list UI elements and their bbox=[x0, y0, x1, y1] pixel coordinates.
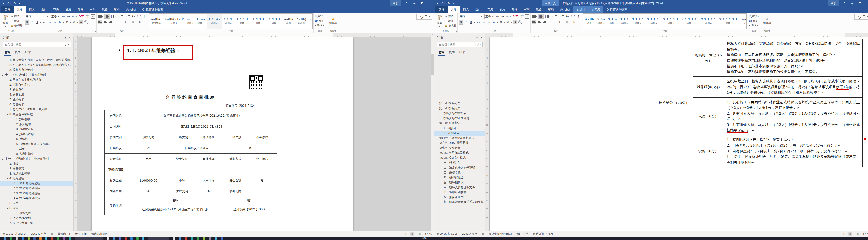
nav-heading-item[interactable]: 第六章 QHSE管理要求 bbox=[434, 140, 485, 145]
nav-heading-item[interactable]: 九、机构设置隶属关系证明资料 bbox=[434, 200, 485, 205]
proofing-icon[interactable]: ▤ bbox=[482, 233, 484, 235]
style-gallery-item[interactable]: AaBbCcD. 不明显强调 bbox=[308, 14, 313, 29]
show-formatting-marks-button[interactable]: ¶ bbox=[143, 14, 147, 18]
close-button[interactable]: × bbox=[426, 0, 434, 6]
nav-heading-item[interactable]: ◢ 十、 《初步评审》中响应的资料 bbox=[0, 73, 73, 78]
nav-heading-item[interactable]: 8.7. 其他 bbox=[0, 146, 73, 152]
ribbon-tab[interactable]: 文件 bbox=[1, 6, 13, 12]
nav-heading-item[interactable]: ◢ 8. 响应性评审标准 bbox=[0, 112, 73, 117]
nav-heading-item[interactable]: 第九章 投标文件格式 bbox=[434, 156, 485, 161]
taskbar-app-icon[interactable] bbox=[191, 237, 193, 240]
distribute-button[interactable] bbox=[553, 20, 557, 24]
share-button[interactable]: 共享▾ bbox=[416, 14, 432, 20]
nav-heading-item[interactable]: 四、投标保证金 bbox=[434, 175, 485, 180]
ribbon-tab[interactable]: 开始 bbox=[447, 6, 460, 12]
multilevel-list-button[interactable]: ▾ bbox=[545, 14, 550, 18]
taskbar-app-icon[interactable] bbox=[209, 237, 211, 240]
style-gallery-item[interactable]: 2 Aa 标题 1 bbox=[596, 14, 607, 29]
ribbon-tab[interactable]: 引用 bbox=[62, 6, 74, 12]
nav-heading-item[interactable]: 3. 资质条件 bbox=[0, 87, 73, 92]
nav-heading-item[interactable]: 六、投标人资格证明文件 bbox=[434, 185, 485, 190]
style-gallery-item[interactable]: 2.1 A 标题 2 bbox=[607, 14, 619, 29]
copy-button[interactable]: 复制 bbox=[11, 19, 22, 23]
ribbon-tab[interactable]: 帮助 bbox=[111, 6, 123, 12]
document-page[interactable]: 技术部分 （20分） 现场施工管理（5分） 投标人提供现场施工需现场施工部位的施… bbox=[490, 37, 868, 231]
style-gallery-item[interactable]: 2.1.1.1.1 标题 6 bbox=[661, 14, 680, 29]
nav-tab[interactable]: 结果 bbox=[23, 49, 33, 56]
ribbon-tab[interactable]: 邮件 bbox=[74, 6, 87, 12]
share-button[interactable]: 共享▾ bbox=[855, 14, 868, 20]
nav-heading-item[interactable]: 一、投 标 函 bbox=[434, 160, 485, 165]
nav-heading-item[interactable]: 3. 投标人自律守则 bbox=[0, 68, 73, 73]
font-color-button[interactable]: A bbox=[72, 20, 76, 24]
cut-button[interactable]: ✂剪切 bbox=[11, 15, 22, 18]
taskbar-app-icon[interactable] bbox=[69, 237, 71, 240]
restore-button[interactable] bbox=[418, 0, 426, 6]
windows-taskbar[interactable]: 9:10 bbox=[0, 237, 868, 240]
shrink-font-button[interactable]: A▾ bbox=[501, 15, 504, 19]
nav-heading-item[interactable]: 2. 与招标人不存在可能影响招标公正性的利害关... bbox=[0, 63, 73, 68]
ribbon-tab[interactable]: 布局 bbox=[50, 6, 62, 12]
nav-search-box[interactable]: ▾ bbox=[3, 42, 71, 47]
ribbon-tab[interactable]: 视图 bbox=[99, 6, 111, 12]
dialog-launcher-icon[interactable] bbox=[455, 31, 457, 32]
nav-heading-item[interactable]: 4.4. 2024年维修经验 bbox=[0, 196, 73, 201]
nav-search-input[interactable] bbox=[439, 43, 474, 46]
taskbar-app-icon[interactable] bbox=[125, 237, 127, 240]
text-effects-button[interactable]: A bbox=[492, 20, 496, 24]
read-mode-icon[interactable]: ▤ bbox=[841, 232, 845, 236]
sign-in-button[interactable]: 登录 bbox=[828, 0, 839, 6]
shading-button[interactable]: ▾ bbox=[131, 20, 136, 24]
style-gallery-item[interactable]: 2.1.1.1 标题 4 bbox=[630, 14, 646, 29]
replace-button[interactable]: ab替换 bbox=[749, 19, 759, 23]
justify-button[interactable] bbox=[114, 20, 118, 24]
minimize-button[interactable]: – bbox=[410, 0, 418, 6]
ribbon-tab[interactable]: 文件 bbox=[435, 6, 447, 12]
add-ins-button[interactable]: 加载项 bbox=[762, 14, 773, 29]
dialog-launcher-icon[interactable] bbox=[311, 31, 313, 32]
format-painter-button[interactable]: 格式刷 bbox=[445, 24, 456, 27]
taskbar-app-icon[interactable] bbox=[28, 237, 30, 240]
document-page[interactable]: ▪ 4.1. 2021年维修经验 ↵ 合同签约审查审批表 报审序号: 2021-… bbox=[92, 37, 353, 231]
numbering-button[interactable]: ▾ bbox=[104, 14, 110, 18]
style-gallery-item[interactable]: AaBb( 副标题 bbox=[295, 14, 308, 29]
taskbar-app-icon[interactable] bbox=[4, 237, 6, 240]
align-center-button[interactable] bbox=[103, 20, 107, 24]
nav-heading-item[interactable]: 1. 业绩 bbox=[0, 161, 73, 166]
tell-me-search[interactable]: 操作说明搜索 bbox=[139, 6, 166, 12]
line-spacing-button[interactable]: ↕▾ bbox=[124, 20, 130, 24]
word-count[interactable]: 6/25045 个字 bbox=[31, 232, 46, 236]
expand-collapse-icon[interactable]: ◢ bbox=[2, 158, 5, 160]
taskbar-app-icon[interactable] bbox=[185, 237, 187, 240]
taskbar-app-icon[interactable] bbox=[75, 237, 103, 240]
proofing-icon[interactable]: ▤ bbox=[51, 233, 53, 235]
page-indicator[interactable]: 第 29 页, 共 61 页 bbox=[436, 232, 457, 236]
highlight-button[interactable]: ab bbox=[499, 20, 503, 24]
shrink-font-button[interactable]: A▾ bbox=[66, 15, 70, 19]
customize-qat-icon[interactable]: ▾ bbox=[453, 2, 455, 5]
justify-button[interactable] bbox=[548, 20, 552, 24]
ribbon-contextual-tab[interactable]: 表布局 bbox=[588, 6, 603, 12]
font-name-select[interactable]: 宋体▾ bbox=[25, 14, 49, 19]
strikethrough-button[interactable]: abc bbox=[476, 20, 480, 24]
sort-button[interactable]: A↓Z bbox=[570, 14, 576, 18]
nav-heading-item[interactable]: 8.4. 投标有效期 bbox=[0, 132, 73, 137]
style-gallery-item[interactable]: AaBbC 四号宋体 bbox=[149, 14, 163, 29]
shading-char-button[interactable]: A bbox=[79, 20, 83, 24]
style-gallery-item[interactable]: AaBbCcDdE ↵正文 bbox=[163, 14, 186, 29]
undo-icon[interactable]: ↶▾ bbox=[441, 2, 445, 5]
nav-heading-item[interactable]: 4. 财务要求 bbox=[0, 92, 73, 97]
style-gallery-item[interactable]: 1. Aa 标题 2 bbox=[195, 14, 207, 29]
taskbar-app-icon[interactable] bbox=[136, 237, 138, 240]
align-right-button[interactable] bbox=[108, 20, 113, 24]
dialog-launcher-icon[interactable] bbox=[94, 31, 96, 32]
nav-close-icon[interactable]: ✕ bbox=[69, 36, 71, 39]
vertical-scrollbar[interactable]: ▲ bbox=[431, 33, 434, 231]
ribbon-tab[interactable]: 布局 bbox=[484, 6, 496, 12]
taskbar-app-icon[interactable] bbox=[113, 237, 115, 240]
dialog-launcher-icon[interactable] bbox=[580, 31, 581, 32]
find-button[interactable]: 查找▾ bbox=[749, 15, 759, 18]
ribbon-tab[interactable]: Acrobat bbox=[123, 6, 139, 12]
line-spacing-button[interactable]: ↕▾ bbox=[558, 20, 564, 24]
nav-heading-item[interactable]: ▷ 6.2. 设备资料 bbox=[0, 216, 73, 221]
